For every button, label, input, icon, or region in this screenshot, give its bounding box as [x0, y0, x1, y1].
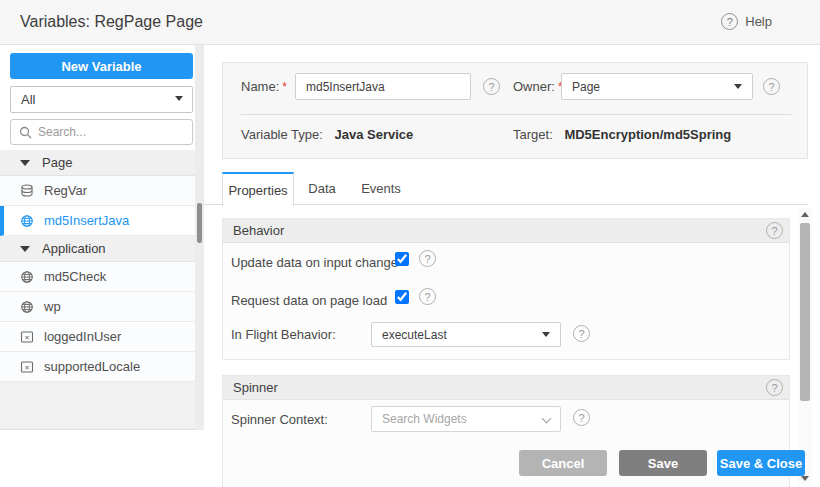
scroll-up-button[interactable] [798, 208, 812, 221]
tree-item-wp[interactable]: wp [0, 292, 195, 322]
spinner-context-label: Spinner Context: [231, 412, 328, 427]
request-data-help-icon[interactable]: ? [419, 288, 436, 305]
search-icon [19, 126, 32, 139]
static-variable-icon [20, 330, 34, 344]
variables-sidebar: New Variable All Page RegVar md5InsertJa… [0, 45, 195, 487]
tree-group-page[interactable]: Page [0, 150, 195, 176]
page-title: Variables: RegPage Page [20, 13, 203, 31]
name-help-icon[interactable]: ? [483, 78, 500, 95]
update-data-help-icon[interactable]: ? [419, 250, 436, 267]
chevron-down-icon [542, 414, 552, 424]
target-value: MD5Encryption/md5Spring [564, 127, 731, 142]
tree-group-label: Page [42, 155, 72, 170]
tree-item-label: md5InsertJava [44, 213, 129, 228]
variables-dialog: Variables: RegPage Page ? Help New Varia… [0, 0, 820, 487]
save-and-close-button[interactable]: Save & Close [717, 450, 805, 476]
tree-item-md5insertjava[interactable]: md5InsertJava [0, 206, 195, 236]
behavior-title: Behavior [233, 223, 284, 238]
sidebar-scrollbar-thumb[interactable] [197, 203, 202, 243]
tab-events[interactable]: Events [350, 172, 412, 205]
tree-item-label: supportedLocale [44, 359, 140, 374]
request-data-label: Request data on page load [231, 293, 387, 308]
spinner-context-help-icon[interactable]: ? [573, 409, 590, 426]
collapse-triangle-icon [20, 246, 30, 252]
name-input[interactable] [295, 73, 471, 100]
chevron-down-icon [542, 332, 550, 337]
search-input[interactable] [38, 125, 178, 139]
in-flight-help-icon[interactable]: ? [573, 325, 590, 342]
help-label: Help [745, 14, 772, 29]
request-data-checkbox[interactable] [395, 290, 409, 304]
owner-value: Page [572, 80, 600, 94]
tree-item-label: md5Check [44, 269, 106, 284]
name-label: Name:* [241, 79, 287, 94]
help-icon: ? [721, 13, 738, 30]
panel-divider [241, 114, 791, 115]
static-variable-icon [20, 360, 34, 374]
new-variable-button[interactable]: New Variable [10, 53, 193, 79]
sidebar-scrollbar[interactable] [195, 45, 204, 430]
tree-group-label: Application [42, 241, 106, 256]
update-data-label: Update data on input change [231, 255, 398, 270]
variable-type-value: Java Service [335, 127, 414, 142]
detail-tabbar: Properties Data Events [204, 172, 808, 205]
variable-type-label: Variable Type: [241, 127, 323, 142]
scrollbar-thumb[interactable] [800, 223, 810, 401]
type-target-row: Variable Type: Java Service Target: MD5E… [241, 127, 791, 142]
in-flight-value: executeLast [382, 328, 447, 342]
owner-select[interactable]: Page [561, 73, 753, 100]
database-icon [20, 184, 34, 198]
variable-search[interactable] [10, 119, 193, 145]
owner-label: Owner:* [513, 79, 563, 94]
spinner-context-placeholder: Search Widgets [382, 412, 467, 426]
tree-item-regvar[interactable]: RegVar [0, 176, 195, 206]
variables-tree: Page RegVar md5InsertJava Application md… [0, 150, 195, 430]
properties-scrollbar[interactable] [798, 208, 812, 485]
dialog-header: Variables: RegPage Page ? Help [0, 0, 820, 45]
variable-summary-panel: Name:* ? Owner:* Page ? Variable Type: J… [222, 62, 808, 159]
chevron-down-icon [175, 96, 183, 101]
tree-item-md5check[interactable]: md5Check [0, 262, 195, 292]
tree-item-loggedinuser[interactable]: loggedInUser [0, 322, 195, 352]
cancel-button[interactable]: Cancel [519, 450, 607, 476]
behavior-section: Behavior ? Update data on input change ?… [222, 218, 790, 360]
variable-filter-value: All [21, 92, 35, 107]
tree-group-application[interactable]: Application [0, 236, 195, 262]
arrow-up-icon [801, 212, 809, 217]
required-marker: * [282, 80, 287, 94]
help-button[interactable]: ? Help [721, 13, 772, 30]
tree-item-supportedlocale[interactable]: supportedLocale [0, 352, 195, 382]
name-owner-row: Name:* ? Owner:* Page ? [241, 73, 791, 100]
save-button[interactable]: Save [619, 450, 707, 476]
service-icon [20, 300, 34, 314]
chevron-down-icon [734, 84, 742, 89]
variable-detail-panel: Name:* ? Owner:* Page ? Variable Type: J… [204, 45, 820, 487]
behavior-section-header: Behavior ? [223, 219, 789, 243]
service-icon [20, 270, 34, 284]
tree-item-label: loggedInUser [44, 329, 121, 344]
service-icon [20, 214, 34, 228]
owner-help-icon[interactable]: ? [763, 78, 780, 95]
variable-filter-select[interactable]: All [10, 86, 193, 113]
spinner-help-icon[interactable]: ? [766, 379, 783, 396]
collapse-triangle-icon [20, 160, 30, 166]
tree-item-label: RegVar [44, 183, 87, 198]
behavior-help-icon[interactable]: ? [766, 222, 783, 239]
tree-item-label: wp [44, 299, 61, 314]
spinner-context-combo[interactable]: Search Widgets [371, 406, 561, 432]
tab-properties[interactable]: Properties [222, 172, 294, 206]
spinner-section-header: Spinner ? [223, 376, 789, 400]
in-flight-select[interactable]: executeLast [371, 322, 561, 347]
spinner-title: Spinner [233, 380, 278, 395]
in-flight-label: In Flight Behavior: [231, 327, 336, 342]
target-label: Target: [513, 127, 553, 142]
update-data-checkbox[interactable] [395, 252, 409, 266]
arrow-down-icon [801, 476, 809, 481]
tab-data[interactable]: Data [294, 172, 350, 205]
